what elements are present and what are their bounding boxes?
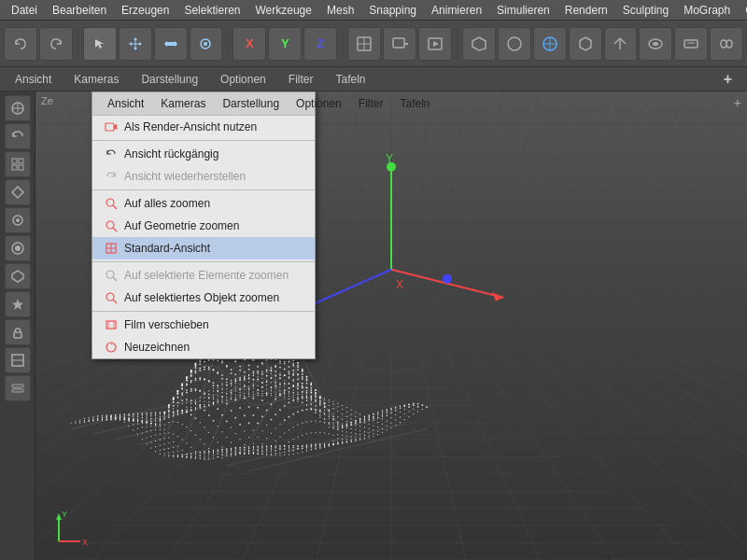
falloff-button[interactable] bbox=[639, 27, 672, 61]
sidebar-layers-btn[interactable] bbox=[5, 375, 31, 401]
dropdown-tab-kameras[interactable]: Kameras bbox=[153, 95, 213, 112]
viewport-add-button[interactable]: + bbox=[714, 69, 741, 90]
svg-line-50 bbox=[113, 205, 117, 209]
sphere-button[interactable] bbox=[498, 27, 531, 61]
menu-auf-selektiertes-objekt[interactable]: Auf selektiertes Objekt zoomen bbox=[92, 287, 315, 309]
render-button[interactable] bbox=[383, 27, 416, 61]
svg-point-34 bbox=[15, 245, 21, 251]
viewport-shading-button[interactable] bbox=[347, 27, 381, 61]
menu-ansicht-wiederherstellen: Ansicht wiederherstellen bbox=[92, 165, 315, 188]
film-icon bbox=[104, 317, 119, 332]
menu-datei[interactable]: Datei bbox=[4, 2, 45, 19]
viewport-options-button[interactable]: + bbox=[734, 95, 741, 110]
svg-point-20 bbox=[653, 42, 658, 46]
menu-auf-selektierte-elemente: Auf selektierte Elemente zoomen bbox=[92, 264, 315, 287]
axis-y-button[interactable]: Y bbox=[268, 27, 302, 61]
dropdown-tab-optionen[interactable]: Optionen bbox=[289, 95, 349, 112]
camera-icon bbox=[104, 119, 119, 134]
undo-button[interactable] bbox=[4, 27, 37, 61]
sidebar-shape-btn[interactable] bbox=[5, 263, 31, 289]
menu-standard-ansicht[interactable]: Standard-Ansicht bbox=[92, 237, 315, 259]
svg-point-51 bbox=[106, 221, 114, 229]
sidebar-select-btn[interactable] bbox=[5, 95, 31, 121]
menu-erzeugen[interactable]: Erzeugen bbox=[114, 2, 176, 19]
dropdown-tab-filter[interactable]: Filter bbox=[351, 95, 391, 112]
viewport[interactable]: Ze + Y X Ansicht Kameras Darstellung Opt… bbox=[35, 91, 747, 560]
svg-marker-1 bbox=[164, 41, 167, 47]
menu-bearbeiten[interactable]: Bearbeiten bbox=[45, 2, 114, 19]
sidebar-grid2-btn[interactable] bbox=[5, 347, 31, 373]
menu-simulieren[interactable]: Simulieren bbox=[489, 2, 557, 19]
dropdown-menu: Ansicht Kameras Darstellung Optionen Fil… bbox=[92, 91, 316, 359]
menu-rendern[interactable]: Rendern bbox=[557, 2, 615, 19]
menu-film-verschieben-label: Film verschieben bbox=[124, 318, 209, 331]
sidebar-rotate-btn[interactable] bbox=[5, 123, 31, 149]
menu-bar: Datei Bearbeiten Erzeugen Selektieren We… bbox=[0, 0, 747, 21]
zoom-geo-icon bbox=[104, 218, 119, 233]
svg-text:X: X bbox=[82, 538, 88, 547]
svg-marker-35 bbox=[12, 271, 23, 282]
svg-rect-28 bbox=[12, 165, 17, 170]
svg-point-32 bbox=[16, 218, 20, 222]
sidebar-star-btn[interactable] bbox=[5, 291, 31, 317]
menu-selektieren[interactable]: Selektieren bbox=[176, 2, 247, 19]
sidebar-diamond-btn[interactable] bbox=[5, 179, 31, 205]
zoom-sel-obj-icon bbox=[104, 290, 119, 305]
left-sidebar bbox=[0, 91, 35, 560]
menu-als-render-label: Als Render-Ansicht nutzen bbox=[124, 120, 257, 133]
menu-auf-alles-zoomen[interactable]: Auf alles zoomen bbox=[92, 192, 315, 215]
tab-kameras[interactable]: Kameras bbox=[64, 71, 128, 88]
redo-button[interactable] bbox=[39, 27, 73, 61]
menu-werkzeuge[interactable]: Werkzeuge bbox=[247, 2, 318, 19]
cube-button[interactable] bbox=[462, 27, 496, 61]
scale-tool-button[interactable] bbox=[154, 27, 188, 61]
arrow-button[interactable] bbox=[604, 27, 638, 61]
tab-optionen[interactable]: Optionen bbox=[211, 71, 275, 88]
sidebar-lock-btn[interactable] bbox=[5, 319, 31, 345]
render-settings-button[interactable] bbox=[674, 27, 708, 61]
menu-neuzeichnen[interactable]: Neuzeichnen bbox=[92, 336, 315, 358]
modifier-button[interactable] bbox=[533, 27, 567, 61]
dropdown-tab-ansicht[interactable]: Ansicht bbox=[100, 95, 151, 112]
menu-auf-alles-zoomen-label: Auf alles zoomen bbox=[124, 197, 210, 210]
main-toolbar: X Y Z bbox=[0, 21, 747, 67]
redraw-icon bbox=[104, 340, 119, 355]
svg-rect-41 bbox=[12, 389, 23, 392]
menu-film-verschieben[interactable]: Film verschieben bbox=[92, 314, 315, 336]
tab-filter[interactable]: Filter bbox=[279, 71, 323, 88]
svg-marker-12 bbox=[472, 37, 486, 50]
svg-text:Y: Y bbox=[62, 510, 67, 519]
dropdown-tab-tafeln[interactable]: Tafeln bbox=[392, 95, 437, 112]
infinity-button[interactable] bbox=[710, 27, 743, 61]
menu-als-render-ansicht[interactable]: Als Render-Ansicht nutzen bbox=[92, 116, 315, 138]
move-tool-button[interactable] bbox=[119, 27, 152, 61]
menu-mograph[interactable]: MoGraph bbox=[676, 2, 738, 19]
svg-marker-9 bbox=[404, 43, 408, 45]
svg-rect-60 bbox=[106, 321, 116, 329]
tab-ansicht[interactable]: Ansicht bbox=[6, 71, 61, 88]
dropdown-sep-1 bbox=[92, 140, 315, 141]
dropdown-tab-darstellung[interactable]: Darstellung bbox=[215, 95, 287, 112]
rotate-tool-button[interactable] bbox=[190, 27, 223, 61]
dropdown-sep-2 bbox=[92, 189, 315, 190]
tab-darstellung[interactable]: Darstellung bbox=[132, 71, 207, 88]
menu-ansicht-rueckgaengig[interactable]: Ansicht rückgängig bbox=[92, 143, 315, 165]
sidebar-radio-btn[interactable] bbox=[5, 235, 31, 261]
axis-z-button[interactable]: Z bbox=[303, 27, 337, 61]
menu-snapping[interactable]: Snapping bbox=[361, 2, 424, 19]
svg-point-56 bbox=[106, 271, 114, 278]
menu-auf-geometrie-zoomen[interactable]: Auf Geometrie zoomen bbox=[92, 215, 315, 237]
menu-animieren[interactable]: Animieren bbox=[424, 2, 489, 19]
svg-rect-21 bbox=[684, 40, 698, 48]
sidebar-grid-btn[interactable] bbox=[5, 151, 31, 177]
hexagon-button[interactable] bbox=[569, 27, 602, 61]
menu-mesh[interactable]: Mesh bbox=[319, 2, 361, 19]
menu-charak[interactable]: Charak bbox=[738, 2, 747, 19]
animation-button[interactable] bbox=[418, 27, 452, 61]
axis-x-button[interactable]: X bbox=[233, 27, 266, 61]
menu-auf-geometrie-zoomen-label: Auf Geometrie zoomen bbox=[124, 219, 239, 232]
select-tool-button[interactable] bbox=[83, 27, 117, 61]
menu-sculpting[interactable]: Sculpting bbox=[615, 2, 676, 19]
tab-tafeln[interactable]: Tafeln bbox=[326, 71, 374, 88]
sidebar-circle-btn[interactable] bbox=[5, 207, 31, 233]
